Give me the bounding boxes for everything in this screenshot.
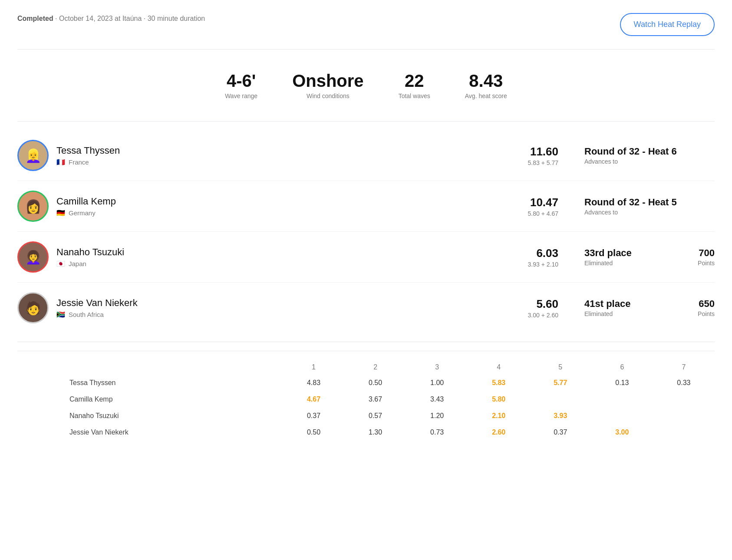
athlete-result-label: Advances to [584, 209, 680, 216]
athlete-avatar: 👩 [17, 191, 49, 222]
athlete-result-label: Eliminated [584, 260, 680, 267]
wave-score-cell: 0.33 [653, 375, 715, 391]
wave-athlete-name: Camilla Kemp [17, 391, 283, 408]
athlete-points-label: Points [680, 310, 715, 317]
wave-score-cell: 1.30 [345, 424, 406, 441]
athlete-name: Nanaho Tsuzuki [56, 247, 528, 258]
stat-total-waves: 22 Total waves [399, 71, 430, 99]
header-left: Completed · October 14, 2023 at Itaúna ·… [17, 13, 205, 23]
athlete-result-section: Round of 32 - Heat 5 Advances to [584, 197, 680, 216]
athlete-result-section: Round of 32 - Heat 6 Advances to [584, 146, 680, 165]
athlete-country: France [69, 158, 89, 166]
wave-score-cell: 3.67 [345, 391, 406, 408]
wave-col-header: 5 [530, 360, 591, 375]
athlete-name: Jessie Van Niekerk [56, 297, 528, 309]
athlete-score-section: 10.47 5.80 + 4.67 [528, 196, 558, 217]
flag-icon: 🇿🇦 [56, 310, 65, 319]
wave-score-cell: 1.20 [406, 408, 468, 424]
athlete-result: 33rd place [584, 247, 680, 259]
wave-col-header: 7 [653, 360, 715, 375]
athlete-avatar: 🧑 [17, 292, 49, 323]
athlete-result-label: Advances to [584, 158, 680, 165]
wave-table-row: Nanaho Tsuzuki0.370.571.202.103.93 [17, 408, 715, 424]
wave-score-cell: 0.73 [406, 424, 468, 441]
header-subtitle: Completed · October 14, 2023 at Itaúna ·… [17, 15, 205, 23]
athlete-score-breakdown: 5.83 + 5.77 [528, 159, 558, 166]
wave-col-header: 4 [468, 360, 530, 375]
wave-score-cell [591, 408, 653, 424]
athlete-total-score: 5.60 [528, 297, 558, 311]
wave-scores-table: 1234567Tessa Thyssen4.830.501.005.835.77… [17, 351, 715, 441]
flag-icon: 🇩🇪 [56, 209, 65, 217]
page-header: Completed · October 14, 2023 at Itaúna ·… [17, 13, 715, 36]
wave-score-cell: 0.13 [591, 375, 653, 391]
athlete-score-section: 11.60 5.83 + 5.77 [528, 145, 558, 166]
wave-score-cell: 0.37 [530, 424, 591, 441]
wave-col-header: 1 [283, 360, 344, 375]
wave-score-cell: 4.83 [283, 375, 344, 391]
status-badge: Completed [17, 15, 53, 22]
header-divider [17, 49, 715, 49]
wave-athlete-name: Jessie Van Niekerk [17, 424, 283, 441]
wave-score-cell: 5.80 [468, 391, 530, 408]
athlete-score-breakdown: 3.93 + 2.10 [528, 261, 558, 268]
athletes-section: 👱‍♀️ Tessa Thyssen 🇫🇷 France 11.60 5.83 … [17, 130, 715, 333]
stat-wave-range: 4-6' Wave range [225, 71, 257, 99]
wave-col-header: 6 [591, 360, 653, 375]
wave-table-row: Jessie Van Niekerk0.501.300.732.600.373.… [17, 424, 715, 441]
wave-score-cell: 2.10 [468, 408, 530, 424]
athlete-score-breakdown: 5.80 + 4.67 [528, 210, 558, 217]
athlete-score-section: 5.60 3.00 + 2.60 [528, 297, 558, 319]
athlete-country-row: 🇿🇦 South Africa [56, 310, 528, 319]
athlete-points-label: Points [680, 260, 715, 267]
athlete-info: Tessa Thyssen 🇫🇷 France [56, 145, 528, 166]
athlete-row: 🧑 Jessie Van Niekerk 🇿🇦 South Africa 5.6… [17, 283, 715, 333]
athlete-total-score: 10.47 [528, 196, 558, 209]
wave-score-cell: 4.67 [283, 391, 344, 408]
athlete-country-row: 🇫🇷 France [56, 158, 528, 166]
avg-score-label: Avg. heat score [465, 92, 507, 99]
wave-score-cell: 3.43 [406, 391, 468, 408]
wave-score-cell: 3.00 [591, 424, 653, 441]
watch-replay-button[interactable]: Watch Heat Replay [620, 13, 715, 36]
athlete-result: Round of 32 - Heat 5 [584, 197, 680, 208]
athlete-result-section: 33rd place Eliminated [584, 247, 680, 267]
athlete-result-section: 41st place Eliminated [584, 298, 680, 317]
athlete-name: Tessa Thyssen [56, 145, 528, 156]
athlete-result-label: Eliminated [584, 310, 680, 317]
athlete-points-value: 650 [680, 298, 715, 310]
athlete-points-section: 650 Points [680, 298, 715, 317]
athlete-country: Japan [69, 260, 86, 267]
stats-divider [17, 121, 715, 122]
athlete-total-score: 11.60 [528, 145, 558, 158]
athlete-score-section: 6.03 3.93 + 2.10 [528, 247, 558, 268]
wave-range-label: Wave range [225, 92, 257, 99]
athlete-info: Jessie Van Niekerk 🇿🇦 South Africa [56, 297, 528, 319]
wave-score-cell: 3.93 [530, 408, 591, 424]
athlete-avatar: 👱‍♀️ [17, 140, 49, 171]
athlete-score-breakdown: 3.00 + 2.60 [528, 312, 558, 319]
athlete-row: 👩‍🦱 Nanaho Tsuzuki 🇯🇵 Japan 6.03 3.93 + … [17, 232, 715, 283]
avg-score-value: 8.43 [465, 71, 507, 91]
wave-table-row: Tessa Thyssen4.830.501.005.835.770.130.3… [17, 375, 715, 391]
stat-avg-score: 8.43 Avg. heat score [465, 71, 507, 99]
wave-col-header: 3 [406, 360, 468, 375]
athlete-result: 41st place [584, 298, 680, 310]
wave-score-cell: 1.00 [406, 375, 468, 391]
wind-label: Wind conditions [292, 92, 363, 99]
stat-wind: Onshore Wind conditions [292, 71, 363, 99]
wave-score-cell: 0.50 [345, 375, 406, 391]
wave-score-cell: 0.37 [283, 408, 344, 424]
wave-athlete-name: Nanaho Tsuzuki [17, 408, 283, 424]
athlete-info: Nanaho Tsuzuki 🇯🇵 Japan [56, 247, 528, 268]
athletes-divider [17, 342, 715, 342]
athlete-total-score: 6.03 [528, 247, 558, 260]
wave-score-cell: 5.77 [530, 375, 591, 391]
athlete-result: Round of 32 - Heat 6 [584, 146, 680, 157]
athlete-info: Camilla Kemp 🇩🇪 Germany [56, 196, 528, 217]
athlete-country: Germany [69, 209, 96, 217]
wave-score-cell [653, 408, 715, 424]
athlete-avatar: 👩‍🦱 [17, 241, 49, 273]
flag-icon: 🇯🇵 [56, 260, 65, 268]
wave-score-cell [591, 391, 653, 408]
